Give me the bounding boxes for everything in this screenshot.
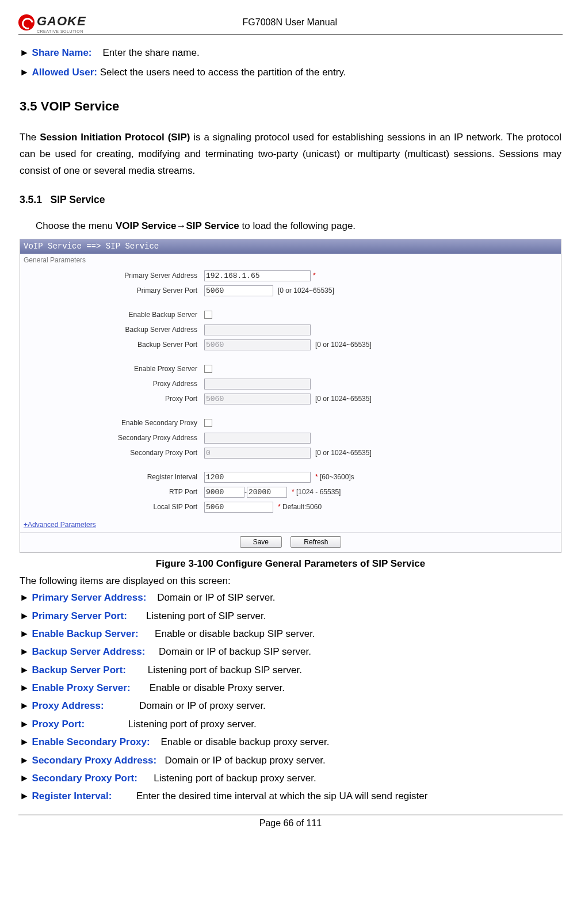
field-label: Allowed User: — [32, 67, 97, 78]
definition-label: Proxy Address: — [32, 700, 104, 711]
definition-line: ► Backup Server Address: Domain or IP of… — [20, 644, 561, 659]
row-rtp-port: RTP Port - * [1024 - 65535] — [20, 485, 561, 499]
arrow-icon: ► — [20, 646, 32, 657]
definition-line: ► Register Interval: Enter the desired t… — [20, 789, 561, 804]
arrow-icon: ► — [20, 665, 32, 675]
primary-server-port-input[interactable] — [204, 285, 273, 296]
hint-rtp-port: * [1024 - 65535] — [292, 487, 341, 497]
register-interval-input[interactable] — [204, 472, 311, 483]
button-bar: Save Refresh — [20, 532, 561, 552]
hint-secproxy-port: [0 or 1024~65535] — [315, 448, 372, 458]
enable-backup-checkbox[interactable] — [204, 311, 212, 319]
label-enable-proxy: Enable Proxy Server — [20, 364, 204, 374]
enable-secondary-proxy-checkbox[interactable] — [204, 419, 212, 427]
definition-desc: Listening port of backup proxy server. — [154, 773, 316, 784]
row-backup-port: Backup Server Port [0 or 1024~65535] — [20, 338, 561, 352]
hint-register-interval: * [60~3600]s — [315, 472, 354, 482]
definition-desc: Domain or IP of proxy server. — [139, 700, 266, 711]
field-desc: Enter the share name. — [94, 47, 199, 58]
arrow-icon: ► — [20, 628, 32, 639]
label-enable-backup: Enable Backup Server — [20, 310, 204, 320]
proxy-port-input[interactable] — [204, 394, 311, 404]
definition-desc: Enable or disable backup SIP server. — [155, 628, 315, 639]
page-footer: Page 66 of 111 — [18, 815, 563, 830]
row-enable-backup: Enable Backup Server — [20, 308, 561, 322]
definition-line: ► Backup Server Port: Listening port of … — [20, 663, 561, 678]
row-local-sip: Local SIP Port * Default:5060 — [20, 500, 561, 514]
field-label: Share Name: — [32, 47, 92, 58]
row-proxy-port: Proxy Port [0 or 1024~65535] — [20, 392, 561, 406]
label-primary-port: Primary Server Port — [20, 285, 204, 296]
proxy-address-input[interactable] — [204, 379, 311, 390]
local-sip-port-input[interactable] — [204, 502, 273, 513]
definition-label: Enable Proxy Server: — [32, 682, 131, 693]
fieldset-label: General Parameters — [20, 254, 561, 266]
required-star-icon: * — [313, 270, 316, 281]
advanced-parameters-link[interactable]: +Advanced Parameters — [20, 518, 100, 531]
logo-subtext: CREATIVE SOLUTION — [37, 29, 86, 33]
arrow-icon: ► — [20, 791, 32, 801]
definition-desc: Domain or IP of SIP server. — [157, 592, 275, 603]
backup-server-address-input[interactable] — [204, 324, 311, 335]
label-local-sip: Local SIP Port — [20, 502, 204, 512]
arrow-icon: ► — [20, 610, 32, 621]
row-primary-addr: Primary Server Address * — [20, 269, 561, 282]
following-items-text: The following items are displayed on thi… — [20, 574, 561, 589]
rtp-port-to-input[interactable] — [247, 487, 287, 498]
arrow-icon: ► — [20, 682, 32, 693]
rtp-port-from-input[interactable] — [204, 487, 244, 498]
arrow-icon: ► — [20, 773, 32, 784]
row-enable-proxy: Enable Proxy Server — [20, 362, 561, 376]
hint-local-sip: * Default:5060 — [278, 502, 322, 512]
definition-desc: Listening port of proxy server. — [128, 719, 257, 730]
enable-proxy-checkbox[interactable] — [204, 365, 212, 373]
definition-line: ► Primary Server Address: Domain or IP o… — [20, 590, 561, 605]
refresh-button[interactable]: Refresh — [290, 536, 341, 548]
figure-caption: Figure 3-100 Configure General Parameter… — [20, 556, 561, 571]
definition-label: Enable Secondary Proxy: — [32, 736, 150, 747]
secondary-proxy-address-input[interactable] — [204, 433, 311, 444]
backup-server-port-input[interactable] — [204, 339, 311, 350]
row-backup-addr: Backup Server Address — [20, 323, 561, 337]
label-enable-secproxy: Enable Secondary Proxy — [20, 418, 204, 428]
primary-server-address-input[interactable] — [204, 270, 311, 281]
arrow-icon: ► — [20, 736, 32, 747]
row-register-interval: Register Interval * [60~3600]s — [20, 470, 561, 484]
label-backup-addr: Backup Server Address — [20, 324, 204, 335]
field-line: ► Allowed User: Select the users need to… — [20, 65, 561, 80]
definition-desc: Listening port of SIP server. — [146, 610, 266, 621]
page-header: GAOKE CREATIVE SOLUTION FG7008N User Man… — [18, 12, 563, 35]
sip-intro-paragraph: The Session Initiation Protocol (SIP) is… — [20, 129, 561, 180]
secondary-proxy-port-input[interactable] — [204, 448, 311, 459]
arrow-icon: ► — [20, 592, 32, 603]
definition-line: ► Secondary Proxy Address: Domain or IP … — [20, 753, 561, 768]
arrow-icon: ► — [20, 47, 32, 58]
row-secproxy-addr: Secondary Proxy Address — [20, 431, 561, 445]
row-secproxy-port: Secondary Proxy Port [0 or 1024~65535] — [20, 446, 561, 460]
definition-desc: Domain or IP of backup SIP server. — [159, 646, 311, 657]
definition-line: ► Proxy Address: Domain or IP of proxy s… — [20, 698, 561, 713]
definition-line: ► Enable Secondary Proxy: Enable or disa… — [20, 735, 561, 750]
definition-label: Secondary Proxy Port: — [32, 773, 137, 784]
definition-label: Secondary Proxy Address: — [32, 755, 157, 766]
definition-line: ► Secondary Proxy Port: Listening port o… — [20, 771, 561, 786]
save-button[interactable]: Save — [240, 536, 282, 548]
label-proxy-addr: Proxy Address — [20, 379, 204, 389]
definition-label: Backup Server Port: — [32, 665, 126, 675]
field-line: ► Share Name: Enter the share name. — [20, 45, 561, 60]
definition-label: Register Interval: — [32, 791, 112, 801]
arrow-icon: ► — [20, 700, 32, 711]
section-heading: 3.5 VOIP Service — [20, 97, 561, 116]
arrow-icon: ► — [20, 67, 32, 78]
arrow-icon: ► — [20, 719, 32, 730]
label-secproxy-addr: Secondary Proxy Address — [20, 433, 204, 443]
hint-backup-port: [0 or 1024~65535] — [315, 339, 372, 350]
row-primary-port: Primary Server Port [0 or 1024~65535] — [20, 284, 561, 297]
label-primary-addr: Primary Server Address — [20, 270, 204, 281]
field-desc: Select the users need to access the part… — [100, 67, 346, 78]
definition-desc: Enter the desired time interval at which… — [136, 791, 427, 801]
label-backup-port: Backup Server Port — [20, 339, 204, 350]
definition-desc: Enable or disable Proxy server. — [150, 682, 285, 693]
label-proxy-port: Proxy Port — [20, 394, 204, 404]
label-register-interval: Register Interval — [20, 472, 204, 482]
